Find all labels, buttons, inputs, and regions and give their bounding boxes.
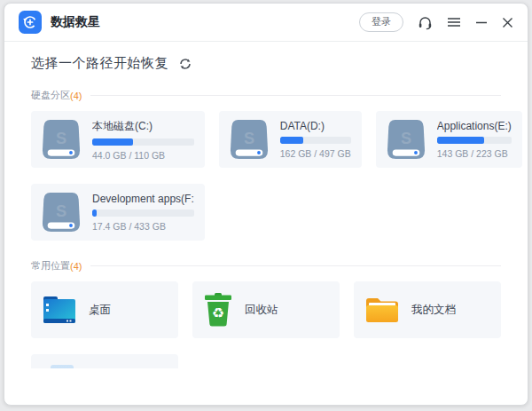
location-cards: 桌面 ♻ 回收站 (31, 281, 501, 338)
location-card-documents[interactable]: 我的文档 (354, 281, 501, 338)
partial-location-icon (51, 365, 74, 368)
capacity-bar (437, 137, 512, 144)
close-icon[interactable] (502, 17, 513, 28)
capacity-bar (92, 138, 194, 146)
section-locations-label: 常用位置 (31, 259, 70, 273)
drive-card-c[interactable]: S 本地磁盘(C:) 44.0 GB / 110 GB (31, 111, 205, 168)
title-bar: 数据救星 登录 (4, 4, 528, 41)
section-partitions: 硬盘分区(4) (31, 89, 501, 102)
section-partitions-label: 硬盘分区 (31, 89, 70, 102)
drive-card-e[interactable]: S Applications(E:) 143 GB / 223 GB (376, 111, 522, 168)
app-window: 数据救星 登录 (4, 3, 528, 406)
app-title: 数据救星 (51, 14, 100, 30)
location-card-partial[interactable] (31, 354, 178, 368)
drive-capacity: 44.0 GB / 110 GB (92, 150, 194, 161)
drive-name: Applications(E:) (437, 120, 512, 132)
svg-text:S: S (401, 130, 411, 147)
drive-name: 本地磁盘(C:) (92, 119, 194, 134)
partition-cards: S 本地磁盘(C:) 44.0 GB / 110 GB S (31, 111, 501, 241)
drive-name: Development apps(F: (92, 193, 194, 205)
section-locations: 常用位置(4) (31, 259, 501, 273)
drive-capacity: 17.4 GB / 433 GB (92, 221, 194, 232)
refresh-icon[interactable] (179, 58, 192, 70)
capacity-bar (92, 209, 194, 217)
main-content: 选择一个路径开始恢复 硬盘分区(4) S (4, 42, 528, 368)
section-partitions-count: (4) (70, 91, 82, 101)
login-button[interactable]: 登录 (359, 12, 403, 31)
minimize-icon[interactable] (475, 16, 488, 28)
recycle-bin-icon: ♻ (203, 293, 233, 327)
section-locations-count: (4) (70, 261, 82, 272)
headset-icon[interactable] (418, 15, 433, 30)
drive-capacity: 162 GB / 497 GB (280, 148, 351, 159)
svg-text:S: S (244, 130, 254, 147)
location-label: 我的文档 (411, 303, 456, 318)
drive-card-f[interactable]: S Development apps(F: 17.4 GB / 433 GB (31, 184, 205, 241)
desktop-folder-icon (42, 295, 77, 325)
documents-folder-icon (364, 296, 400, 324)
drive-name: DATA(D:) (280, 120, 351, 132)
location-card-desktop[interactable]: 桌面 (31, 281, 178, 338)
svg-text:S: S (56, 130, 66, 147)
section-divider (90, 95, 501, 96)
location-label: 桌面 (89, 303, 111, 318)
location-card-recycle-bin[interactable]: ♻ 回收站 (192, 281, 340, 338)
drive-card-d[interactable]: S DATA(D:) 162 GB / 497 GB (219, 111, 362, 168)
app-logo-icon (19, 11, 42, 34)
location-row-partial (31, 354, 501, 368)
location-label: 回收站 (245, 303, 278, 318)
hard-drive-icon: S (42, 192, 81, 233)
svg-text:S: S (56, 202, 66, 220)
capacity-bar (280, 137, 351, 144)
svg-text:♻: ♻ (212, 304, 224, 321)
menu-icon[interactable] (447, 16, 461, 28)
hard-drive-icon: S (387, 119, 426, 160)
page-title: 选择一个路径开始恢复 (31, 55, 168, 72)
drive-capacity: 143 GB / 223 GB (437, 148, 512, 159)
section-divider (90, 265, 501, 266)
hard-drive-icon: S (42, 119, 81, 160)
hard-drive-icon: S (230, 119, 269, 160)
